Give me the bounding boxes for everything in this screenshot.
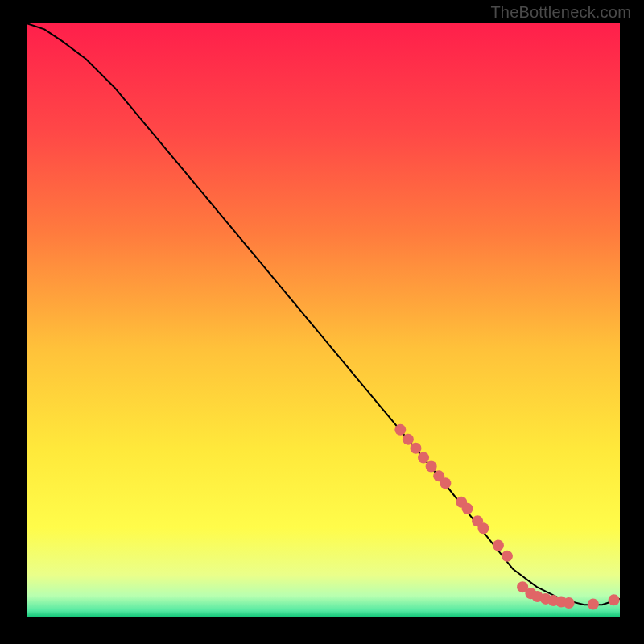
data-point <box>462 503 473 514</box>
data-point <box>418 452 429 463</box>
data-point <box>410 443 421 454</box>
data-point <box>609 594 620 605</box>
data-point <box>440 477 451 489</box>
data-point <box>426 461 437 473</box>
data-point <box>394 424 406 436</box>
chart-container: TheBottleneck.com <box>0 0 644 644</box>
data-point <box>402 434 414 445</box>
gradient-background <box>27 23 620 617</box>
data-point <box>477 522 489 534</box>
chart-svg <box>0 0 644 644</box>
data-point <box>564 597 575 609</box>
data-point <box>588 599 599 610</box>
data-point <box>493 540 504 551</box>
data-point <box>502 551 513 562</box>
watermark-text: TheBottleneck.com <box>490 3 631 22</box>
